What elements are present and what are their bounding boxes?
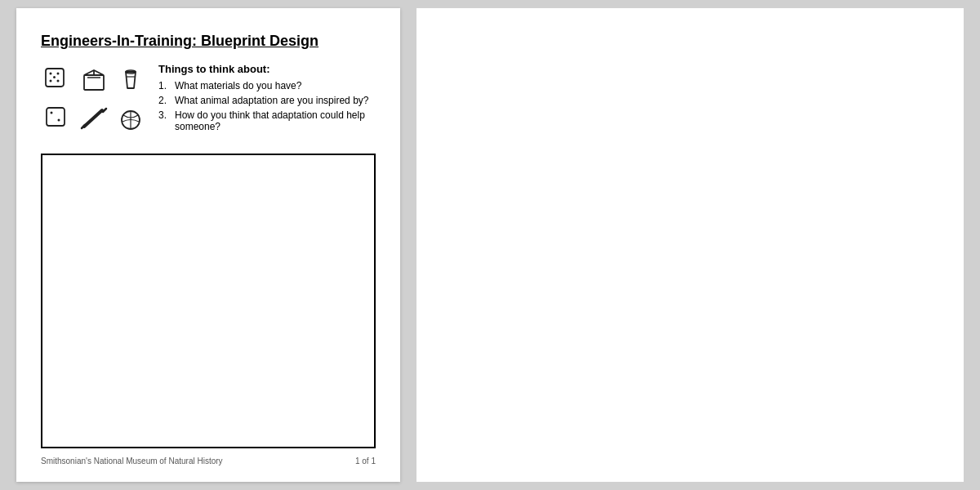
document-page: Engineers-In-Training: Blueprint Design bbox=[16, 8, 400, 482]
svg-point-1 bbox=[50, 73, 52, 75]
svg-rect-11 bbox=[47, 108, 65, 126]
rolling-pin-icon bbox=[79, 104, 109, 133]
list-item: 3. How do you think that adaptation coul… bbox=[158, 109, 376, 132]
list-item: 2. What animal adaptation are you inspir… bbox=[158, 95, 376, 106]
top-section: Things to think about: 1. What materials… bbox=[41, 63, 376, 136]
box-icon bbox=[79, 65, 109, 95]
footer: Smithsonian's National Museum of Natural… bbox=[41, 457, 376, 466]
footer-right: 1 of 1 bbox=[355, 457, 376, 466]
footer-left: Smithsonian's National Museum of Natural… bbox=[41, 457, 223, 466]
list-num: 1. bbox=[158, 80, 172, 91]
list-num: 2. bbox=[158, 95, 172, 106]
things-list: 1. What materials do you have? 2. What a… bbox=[158, 80, 376, 132]
svg-line-16 bbox=[103, 109, 106, 112]
svg-point-12 bbox=[51, 111, 53, 114]
svg-point-2 bbox=[57, 73, 60, 75]
icons-area bbox=[41, 63, 147, 136]
svg-point-3 bbox=[50, 80, 52, 82]
list-item: 1. What materials do you have? bbox=[158, 80, 376, 91]
list-num: 3. bbox=[158, 109, 172, 121]
things-title: Things to think about: bbox=[158, 63, 376, 75]
drawing-area bbox=[41, 154, 376, 448]
list-text: What materials do you have? bbox=[175, 80, 301, 91]
list-text: What animal adaptation are you inspired … bbox=[175, 95, 368, 106]
svg-point-5 bbox=[53, 76, 56, 78]
svg-point-4 bbox=[57, 80, 60, 82]
dice2-icon bbox=[42, 104, 72, 133]
svg-line-14 bbox=[84, 110, 102, 127]
page-title: Engineers-In-Training: Blueprint Design bbox=[41, 33, 376, 50]
svg-point-13 bbox=[58, 118, 60, 121]
dice-icon bbox=[42, 65, 72, 95]
right-blank-area bbox=[416, 8, 964, 482]
ball-icon bbox=[116, 104, 145, 133]
list-text: How do you think that adaptation could h… bbox=[175, 109, 376, 132]
cup-icon bbox=[116, 65, 145, 95]
things-section: Things to think about: 1. What materials… bbox=[158, 63, 376, 136]
